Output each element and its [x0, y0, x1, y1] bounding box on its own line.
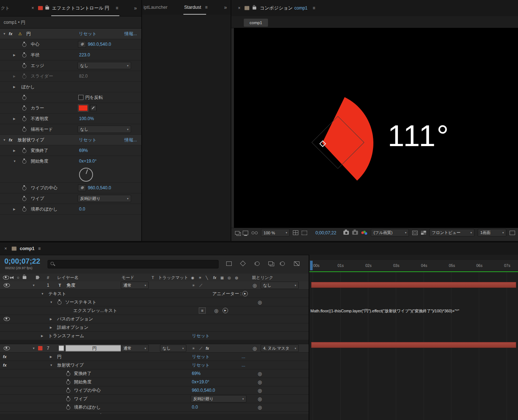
- overflow-icon[interactable]: »: [134, 5, 137, 11]
- draft-switch-icon[interactable]: ／: [199, 283, 203, 288]
- invert-checkbox[interactable]: [78, 95, 83, 100]
- collapse-icon[interactable]: ▼: [3, 32, 6, 36]
- draft-3d-icon[interactable]: [240, 261, 246, 267]
- transform-row[interactable]: ▶ トランスフォーム リセット: [0, 332, 309, 340]
- stopwatch-icon[interactable]: [22, 52, 26, 57]
- close-icon[interactable]: ×: [31, 5, 34, 11]
- tab-effect-controls[interactable]: エフェクトコントロール 円: [52, 5, 109, 11]
- stopwatch-icon[interactable]: [22, 148, 26, 153]
- collapse-icon[interactable]: ▼: [32, 284, 35, 287]
- display-icon[interactable]: [243, 231, 249, 235]
- layer-duration-bar-7[interactable]: [311, 342, 516, 348]
- pickwhip-icon[interactable]: ◎: [258, 396, 262, 402]
- parent-select[interactable]: なし ▾: [261, 282, 299, 289]
- pickwhip-icon[interactable]: ◎: [258, 379, 262, 385]
- pickwhip-icon[interactable]: ◎: [253, 283, 257, 288]
- pickwhip-icon[interactable]: ◎: [258, 300, 262, 305]
- graph-editor-icon[interactable]: [294, 261, 299, 266]
- stopwatch-icon[interactable]: [66, 379, 70, 384]
- expand-icon[interactable]: ▶: [50, 317, 52, 321]
- property-value[interactable]: 960.0,540.0: [192, 388, 215, 393]
- animator-add-icon[interactable]: ▶: [242, 291, 248, 297]
- stopwatch-icon[interactable]: [66, 371, 70, 376]
- prop-wipe-row[interactable]: ワイプ 反時計廻り ▾ ◎: [0, 395, 309, 403]
- trackmatte-column-header[interactable]: トラックマット: [158, 275, 188, 280]
- draft-switch-icon[interactable]: ／: [199, 346, 203, 351]
- frame-blend-icon[interactable]: [268, 261, 273, 265]
- close-icon[interactable]: ×: [238, 5, 241, 11]
- eye-icon[interactable]: [4, 346, 10, 350]
- expression-field[interactable]: Math.floor((1-thisComp.layer("円").effect…: [310, 308, 517, 314]
- pickwhip-icon[interactable]: ◎: [258, 405, 262, 410]
- edge-select[interactable]: なし ▾: [78, 62, 131, 69]
- tab-script-launcher[interactable]: iptLauncher: [144, 5, 167, 10]
- panel-menu-icon[interactable]: ≡: [205, 5, 208, 10]
- fx-switch-icon[interactable]: fx: [206, 346, 209, 350]
- t-column-header[interactable]: T: [152, 275, 154, 280]
- parent-column-header[interactable]: 親とリンク: [252, 275, 273, 280]
- expand-icon[interactable]: ▶: [50, 355, 52, 358]
- stopwatch-icon[interactable]: [22, 185, 26, 190]
- effect-radial-wipe-row[interactable]: fx ▼ 放射状ワイプ リセット ...: [0, 361, 309, 369]
- layer-row-1[interactable]: ▼ 1 T 角度 通常 ▾ ☀ ／ ◎ なし ▾: [0, 281, 309, 290]
- toolbar-timecode[interactable]: 0;00;07;22: [316, 230, 336, 235]
- info-link[interactable]: 情報...: [124, 137, 137, 143]
- panel-menu-icon[interactable]: ≡: [313, 5, 315, 11]
- pickwhip-icon[interactable]: ◎: [258, 388, 262, 393]
- expand-icon[interactable]: ▶: [13, 149, 15, 152]
- expression-graph-icon[interactable]: ▶: [223, 308, 228, 313]
- overflow-icon[interactable]: »: [224, 4, 227, 10]
- shy-layers-icon[interactable]: [255, 261, 260, 266]
- effect-circle-row[interactable]: fx ▶ 円 リセット ...: [0, 353, 309, 361]
- expand-icon[interactable]: ▶: [50, 326, 52, 329]
- current-timecode[interactable]: 0;00;07;22: [4, 257, 40, 265]
- property-value[interactable]: 100.0%: [79, 116, 94, 121]
- expand-icon[interactable]: ▶: [13, 85, 15, 89]
- advanced-options-row[interactable]: ▶ 詳細オプション: [0, 323, 309, 332]
- fx-badge-icon[interactable]: fx: [9, 31, 12, 36]
- options-link[interactable]: ...: [242, 354, 245, 359]
- collapse-icon[interactable]: ▼: [41, 292, 44, 296]
- source-text-row[interactable]: ▼ ソーステキスト ◎: [0, 298, 309, 306]
- blend-mode-select[interactable]: 通常 ▾: [121, 282, 149, 289]
- panel-menu-icon[interactable]: ≡: [38, 246, 41, 251]
- stopwatch-icon[interactable]: [22, 63, 26, 68]
- stopwatch-icon[interactable]: [22, 196, 26, 201]
- reset-link[interactable]: リセット: [192, 333, 210, 339]
- panel-title[interactable]: コンポジション: [260, 5, 293, 11]
- pixel-aspect-icon[interactable]: [510, 231, 515, 235]
- stopwatch-icon[interactable]: [22, 74, 26, 79]
- label-color-chip[interactable]: [38, 346, 42, 350]
- layer-duration-bar-1[interactable]: [311, 282, 516, 288]
- stopwatch-icon[interactable]: [57, 300, 62, 305]
- parent-select[interactable]: 4. ヌル マスタ ▾: [261, 345, 299, 352]
- property-value[interactable]: 69%: [79, 148, 88, 153]
- resolution-select[interactable]: (フル画質) ▾: [371, 229, 409, 237]
- current-time-indicator[interactable]: [310, 261, 313, 270]
- property-value[interactable]: 0.0: [192, 405, 198, 410]
- info-link[interactable]: 情報...: [124, 31, 137, 37]
- eye-icon[interactable]: [4, 283, 10, 287]
- eye-icon[interactable]: [4, 317, 10, 321]
- collapse-icon[interactable]: ▼: [50, 301, 53, 304]
- effect-point-icon[interactable]: ⊕: [78, 41, 86, 48]
- expression-row[interactable]: エクスプレッ...キスト ≡ ◎ ▶: [0, 306, 309, 315]
- region-of-interest-icon[interactable]: [302, 231, 307, 235]
- effect-name[interactable]: 円: [26, 31, 31, 37]
- expand-icon[interactable]: ▶: [13, 208, 15, 211]
- comp-viewport[interactable]: 111°: [234, 28, 518, 228]
- motion-blur-icon[interactable]: [280, 261, 285, 266]
- collapse-icon[interactable]: ▼: [3, 138, 6, 142]
- layer-row-7[interactable]: ▼ 7 円 通常 ▾ なし ▾ ☀ ／ fx ◎ 4. ヌル マスタ ▾: [0, 344, 309, 353]
- quality-switch-icon[interactable]: ☀: [192, 283, 195, 287]
- close-icon[interactable]: ×: [4, 246, 7, 251]
- partial-tab-project[interactable]: クト: [1, 5, 10, 11]
- property-value[interactable]: 223.0: [79, 52, 90, 57]
- fx-badge-icon[interactable]: fx: [9, 138, 12, 142]
- comp-tab[interactable]: comp1: [244, 19, 268, 27]
- prop-transition-row[interactable]: 変換終了 69% ◎: [0, 369, 309, 378]
- property-value[interactable]: 0x+19.0°: [79, 159, 97, 164]
- lock-icon[interactable]: [45, 7, 49, 10]
- text-group-row[interactable]: ▼ テキスト アニメーター : ▶: [0, 290, 309, 298]
- layer-name-column-header[interactable]: レイヤー名: [57, 275, 78, 280]
